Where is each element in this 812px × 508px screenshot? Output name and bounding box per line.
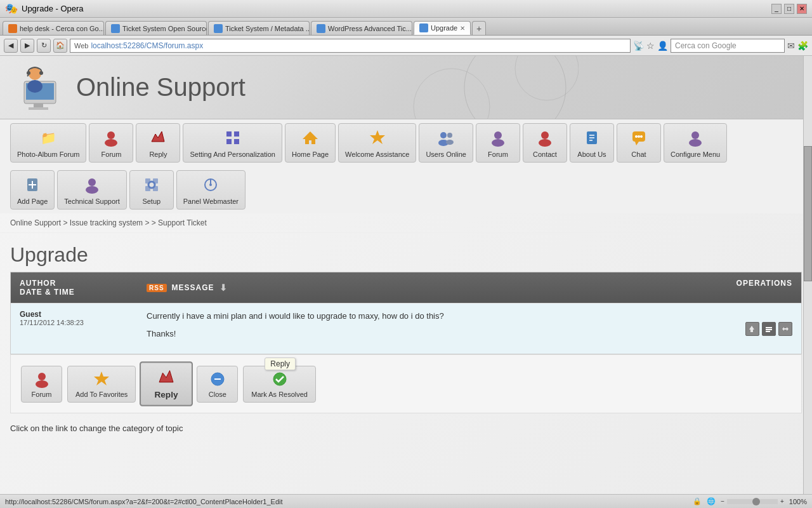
- nav-settings-icon: [223, 128, 243, 148]
- svg-point-40: [86, 186, 98, 194]
- nav-welcome-icon: [367, 128, 388, 148]
- reload-button[interactable]: ↻: [37, 39, 51, 53]
- svg-rect-12: [234, 131, 239, 137]
- message-line2: Thanks!: [147, 328, 665, 340]
- resolve-button-label: Mark As Resolved: [251, 391, 308, 398]
- zoom-in-icon[interactable]: +: [780, 498, 784, 505]
- tab-5-icon: [419, 23, 428, 32]
- svg-rect-14: [234, 139, 239, 144]
- tab-3[interactable]: Ticket System / Metadata ... ✕: [208, 21, 310, 35]
- op-icon-3[interactable]: [778, 322, 792, 336]
- scrollbar[interactable]: [803, 56, 812, 507]
- op-icon-1[interactable]: [745, 322, 759, 336]
- zoom-out-icon[interactable]: −: [721, 498, 724, 505]
- nav-about-icon: [582, 128, 602, 148]
- svg-point-20: [446, 140, 454, 145]
- nav-home[interactable]: Home Page: [285, 123, 336, 163]
- zoom-level: 100%: [789, 498, 807, 505]
- svg-rect-45: [153, 186, 158, 191]
- close-button-label: Close: [209, 391, 226, 398]
- nav-configure[interactable]: Configure Menu: [664, 123, 727, 163]
- op-icon-2[interactable]: [762, 322, 776, 336]
- zoom-control[interactable]: − + 100%: [721, 498, 807, 505]
- nav-users[interactable]: Users Online: [419, 123, 473, 163]
- minimize-button[interactable]: _: [771, 4, 782, 14]
- nav-chat[interactable]: Chat: [617, 123, 661, 163]
- tab-1[interactable]: help desk - Cerca con Go... ✕: [3, 21, 104, 35]
- new-tab-button[interactable]: +: [472, 21, 486, 35]
- nav-contact[interactable]: Contact: [523, 123, 567, 163]
- nav-photo-album[interactable]: 📁 Photo-Album Forum: [10, 123, 86, 163]
- window-controls[interactable]: _ □ ✕: [771, 4, 807, 14]
- status-url: http://localhost:52286/CMS/forum.aspx?a=…: [5, 498, 693, 505]
- reply-button-wrapper: Reply Reply: [141, 363, 192, 405]
- tab-bar: help desk - Cerca con Go... ✕ Ticket Sys…: [0, 18, 812, 36]
- nav-add-page[interactable]: Add Page: [10, 170, 55, 210]
- address-bar-icons: 📡 ☆ 👤: [633, 41, 668, 51]
- nav-contact-icon: [535, 128, 555, 148]
- page-content: Online Support 📁 Photo-Album Forum Forum…: [0, 56, 812, 507]
- svg-point-31: [635, 135, 638, 138]
- forum-button-icon: [33, 370, 51, 388]
- browser-title: Upgrade - Opera: [22, 4, 84, 13]
- address-input[interactable]: Web localhost:52286/CMS/forum.aspx: [70, 39, 631, 53]
- tab-5-close[interactable]: ✕: [460, 25, 465, 32]
- sort-icon[interactable]: ⬇: [219, 283, 228, 293]
- svg-point-32: [638, 135, 640, 138]
- nav-welcome[interactable]: Welcome Assistance: [338, 123, 416, 163]
- svg-marker-30: [635, 142, 639, 145]
- reply-button-icon: [157, 368, 176, 387]
- nav-about[interactable]: About Us: [570, 123, 614, 163]
- extension-icon[interactable]: 🧩: [797, 41, 808, 51]
- favorites-button[interactable]: Add To Favorites: [67, 366, 136, 403]
- tab-4-label: WordPress Advanced Tic...: [328, 25, 412, 32]
- svg-rect-11: [226, 131, 232, 137]
- forum-button[interactable]: Forum: [21, 366, 62, 403]
- search-input[interactable]: Cerca con Google: [671, 39, 785, 53]
- browser-title-bar: 🎭 Upgrade - Opera _ □ ✕: [0, 0, 812, 18]
- close-button[interactable]: ✕: [797, 4, 807, 14]
- svg-marker-15: [303, 131, 318, 144]
- back-button[interactable]: ◀: [4, 39, 18, 53]
- nav-forum-label: Forum: [102, 150, 122, 158]
- nav-setup[interactable]: Setup: [129, 170, 174, 210]
- nav-users-icon: [436, 128, 456, 148]
- nav-settings[interactable]: Setting And Personalization: [183, 123, 282, 163]
- resolve-button-icon: [271, 370, 289, 388]
- tab-2[interactable]: Ticket System Open Source ... ✕: [105, 21, 207, 35]
- rss-icon[interactable]: 📡: [633, 41, 644, 51]
- reply-button[interactable]: Reply: [140, 361, 193, 406]
- address-protocol: Web: [74, 42, 88, 50]
- nav-forum2[interactable]: Forum: [476, 123, 520, 163]
- scrollbar-thumb[interactable]: [804, 146, 812, 281]
- tab-4[interactable]: WordPress Advanced Tic... ✕: [311, 21, 412, 35]
- svg-point-52: [38, 373, 46, 380]
- nav-reply[interactable]: Reply: [136, 123, 180, 163]
- tab-5[interactable]: Upgrade ✕: [414, 21, 471, 35]
- nav-reply-icon: [148, 128, 168, 148]
- close-button[interactable]: Close: [197, 366, 238, 403]
- forward-button[interactable]: ▶: [20, 39, 34, 53]
- header-author-line1: AUTHOR: [20, 279, 56, 288]
- nav-forum[interactable]: Forum: [89, 123, 133, 163]
- svg-rect-49: [766, 327, 772, 328]
- svg-rect-13: [226, 139, 232, 144]
- resolve-button[interactable]: Mark As Resolved: [243, 366, 316, 403]
- tab-4-icon: [317, 24, 325, 33]
- address-text: localhost:52286/CMS/forum.aspx: [91, 41, 203, 50]
- zoom-slider[interactable]: [727, 499, 778, 504]
- bookmark-icon[interactable]: ☆: [646, 41, 655, 51]
- mail-icon[interactable]: ✉: [787, 41, 795, 51]
- svg-point-9: [107, 131, 115, 139]
- home-button[interactable]: 🏠: [53, 39, 67, 53]
- maximize-button[interactable]: □: [784, 4, 794, 14]
- nav-panel[interactable]: Panel Webmaster: [176, 170, 246, 210]
- nav-users-label: Users Online: [426, 150, 466, 158]
- nav-forum2-label: Forum: [488, 150, 508, 158]
- svg-point-17: [440, 132, 447, 138]
- user-icon[interactable]: 👤: [657, 41, 668, 51]
- nav-settings-label: Setting And Personalization: [190, 150, 275, 158]
- breadcrumb: Online Support > Issue tracking system >…: [0, 213, 812, 233]
- nav-tech-support[interactable]: Technical Support: [57, 170, 126, 210]
- nav-photo-album-label: Photo-Album Forum: [17, 150, 79, 158]
